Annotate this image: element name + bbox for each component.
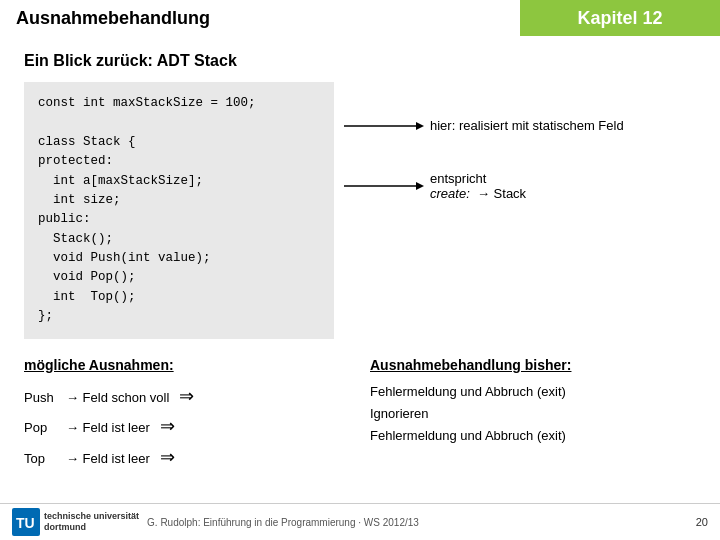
slide-subtitle: Ein Blick zurück: ADT Stack xyxy=(24,52,696,70)
result-text-3: Fehlermeldung und Abbruch (exit) xyxy=(370,425,566,447)
footer-uni-name: technische universität xyxy=(44,511,139,522)
result-text-2: Ignorieren xyxy=(370,403,429,425)
annotations-panel: hier: realisiert mit statischem Feld ent… xyxy=(334,82,624,205)
annotation-2-text: entspricht create: → Stack xyxy=(430,171,526,201)
code-line-10: int Top(); xyxy=(38,290,136,304)
exception-row-push: Push → Feld schon voll ⇒ xyxy=(24,381,350,412)
code-line-8: void Push(int value); xyxy=(38,251,211,265)
tu-logo-icon: TU xyxy=(12,508,40,536)
results-heading: Ausnahmebehandlung bisher: xyxy=(370,357,696,373)
svg-marker-3 xyxy=(416,182,424,190)
code-line-4: int a[maxStackSize]; xyxy=(38,174,203,188)
footer-city-name: dortmund xyxy=(44,522,139,533)
code-line-7: Stack(); xyxy=(38,232,113,246)
slide-title: Ausnahmebehandlung xyxy=(0,0,520,36)
svg-marker-1 xyxy=(416,122,424,130)
bottom-section: mögliche Ausnahmen: Push → Feld schon vo… xyxy=(24,357,696,473)
title-text: Ausnahmebehandlung xyxy=(16,8,210,29)
main-content: Ein Blick zurück: ADT Stack const int ma… xyxy=(0,36,720,488)
code-line-5: int size; xyxy=(38,193,121,207)
exception-key-top: Top xyxy=(24,448,60,470)
result-row-2: Ignorieren xyxy=(370,403,696,425)
annotation-1-text: hier: realisiert mit statischem Feld xyxy=(430,118,624,133)
annotation-2-row: entspricht create: → Stack xyxy=(344,171,624,201)
arrow-2-icon xyxy=(344,179,424,193)
exception-arrow-push: → Feld schon voll xyxy=(66,387,169,409)
code-line-1: const int maxStackSize = 100; xyxy=(38,96,256,110)
code-section: const int maxStackSize = 100; class Stac… xyxy=(24,82,696,339)
code-line-2: class Stack { xyxy=(38,135,136,149)
footer-logo: TU technische universität dortmund xyxy=(12,508,139,536)
chapter-badge: Kapitel 12 xyxy=(520,0,720,36)
code-line-11: }; xyxy=(38,309,53,323)
code-line-3: protected: xyxy=(38,154,113,168)
svg-text:TU: TU xyxy=(16,515,35,531)
code-block: const int maxStackSize = 100; class Stac… xyxy=(24,82,334,339)
code-line-9: void Pop(); xyxy=(38,270,136,284)
exception-arrow-top: → Feld ist leer xyxy=(66,448,150,470)
footer: TU technische universität dortmund G. Ru… xyxy=(0,503,720,540)
code-line-6: public: xyxy=(38,212,91,226)
double-arrow-push: ⇒ xyxy=(179,381,194,412)
result-text-1: Fehlermeldung und Abbruch (exit) xyxy=(370,381,566,403)
annotation-2-wrapper: entspricht create: → Stack xyxy=(344,171,624,205)
double-arrow-top: ⇒ xyxy=(160,442,175,473)
footer-page-number: 20 xyxy=(696,516,708,528)
right-bottom-panel: Ausnahmebehandlung bisher: Fehlermeldung… xyxy=(370,357,696,473)
exception-key-pop: Pop xyxy=(24,417,60,439)
result-row-1: Fehlermeldung und Abbruch (exit) xyxy=(370,381,696,403)
annotation-2-italic: create: xyxy=(430,186,470,201)
footer-citation: G. Rudolph: Einführung in die Programmie… xyxy=(147,517,696,528)
annotation-1-row: hier: realisiert mit statischem Feld xyxy=(344,118,624,133)
annotation-2-suffix: → Stack xyxy=(477,186,526,201)
exceptions-heading: mögliche Ausnahmen: xyxy=(24,357,350,373)
annotation-2-prefix: entspricht xyxy=(430,171,486,186)
exception-row-pop: Pop → Feld ist leer ⇒ xyxy=(24,411,350,442)
arrow-1-icon xyxy=(344,119,424,133)
result-row-3: Fehlermeldung und Abbruch (exit) xyxy=(370,425,696,447)
exception-arrow-pop: → Feld ist leer xyxy=(66,417,150,439)
chapter-text: Kapitel 12 xyxy=(577,8,662,29)
exception-row-top: Top → Feld ist leer ⇒ xyxy=(24,442,350,473)
exception-key-push: Push xyxy=(24,387,60,409)
left-bottom-panel: mögliche Ausnahmen: Push → Feld schon vo… xyxy=(24,357,350,473)
double-arrow-pop: ⇒ xyxy=(160,411,175,442)
